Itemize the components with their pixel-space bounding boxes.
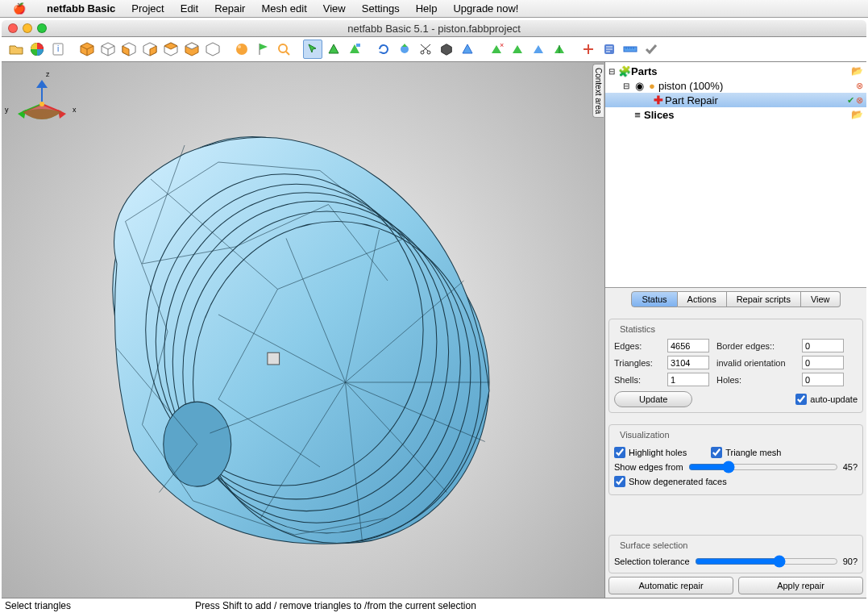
- minimize-window-button[interactable]: [23, 23, 32, 33]
- degenerated-faces-input[interactable]: [614, 476, 625, 487]
- cube-back-icon[interactable]: [203, 40, 222, 59]
- tree-item-part-repair[interactable]: ✚ Part Repair ✔⊗: [605, 93, 866, 107]
- zoom-icon[interactable]: [274, 40, 293, 59]
- scissors-icon[interactable]: [416, 40, 435, 59]
- holes-field[interactable]: [802, 373, 844, 386]
- update-button[interactable]: Update: [614, 391, 692, 407]
- menu-upgrade[interactable]: Upgrade now!: [446, 2, 525, 15]
- zoom-window-button[interactable]: [37, 23, 47, 33]
- folder-icon[interactable]: 📂: [851, 65, 863, 77]
- tolerance-slider[interactable]: [695, 555, 838, 568]
- tolerance-label: Selection tolerance: [614, 557, 690, 566]
- tab-view[interactable]: View: [801, 291, 841, 307]
- cut-arrow-icon[interactable]: [395, 40, 414, 59]
- cube-right-icon[interactable]: [140, 40, 160, 59]
- main-toolbar: i ×: [2, 37, 866, 62]
- axis-gizmo[interactable]: z x y: [2, 62, 82, 131]
- tetra-split-icon[interactable]: [550, 40, 569, 59]
- color-wheel-icon[interactable]: [27, 40, 47, 59]
- menu-edit[interactable]: Edit: [174, 2, 205, 15]
- svg-marker-15: [206, 43, 219, 56]
- surface-selection-group: Surface selection Selection tolerance 90…: [608, 535, 863, 573]
- cube-left-icon[interactable]: [119, 40, 139, 59]
- highlight-holes-checkbox[interactable]: Highlight holes: [614, 447, 687, 458]
- cube-top-icon[interactable]: [161, 40, 181, 59]
- blue-triangle-icon[interactable]: [458, 40, 477, 59]
- auto-update-input[interactable]: [795, 394, 807, 405]
- svg-text:×: ×: [500, 42, 504, 49]
- svg-text:i: i: [57, 44, 59, 53]
- sphere-icon[interactable]: [232, 40, 251, 59]
- tab-status[interactable]: Status: [631, 291, 677, 307]
- app-menu[interactable]: netfabb Basic: [40, 2, 122, 15]
- menu-settings[interactable]: Settings: [355, 2, 406, 15]
- select-tool-icon[interactable]: [303, 40, 322, 59]
- cube-front-icon[interactable]: [98, 40, 118, 59]
- svg-point-73: [39, 102, 44, 106]
- svg-rect-20: [356, 44, 360, 47]
- add-triangle-icon[interactable]: [324, 40, 343, 59]
- apply-icon[interactable]: ✔: [847, 95, 854, 106]
- automatic-repair-button[interactable]: Automatic repair: [608, 577, 733, 594]
- shells-field[interactable]: [667, 373, 709, 386]
- open-button[interactable]: [6, 40, 26, 59]
- tree-slices-root[interactable]: ≡ Slices 📂: [605, 107, 866, 122]
- cube-iso-icon[interactable]: [77, 40, 97, 59]
- menu-view[interactable]: View: [317, 2, 352, 15]
- svg-marker-24: [442, 44, 452, 55]
- delete-icon[interactable]: ⊗: [856, 81, 863, 91]
- apple-menu-icon[interactable]: 🍎: [6, 2, 32, 15]
- folder-icon[interactable]: 📂: [851, 109, 863, 120]
- tetra-add-icon[interactable]: [508, 40, 527, 59]
- auto-update-checkbox[interactable]: auto-update: [795, 394, 858, 405]
- statistics-group: Statistics Edges: Border edges:: Triangl…: [608, 319, 863, 413]
- svg-rect-66: [268, 352, 280, 365]
- menu-meshedit[interactable]: Mesh edit: [255, 2, 313, 15]
- tab-repair-scripts[interactable]: Repair scripts: [727, 291, 801, 307]
- cube-bottom-icon[interactable]: [182, 40, 201, 59]
- tolerance-value: 90?: [843, 557, 858, 566]
- svg-text:z: z: [46, 70, 50, 78]
- tree-parts-root[interactable]: ⊟ 🧩 Parts 📂: [605, 64, 866, 78]
- triangle-mesh-input[interactable]: [711, 447, 722, 458]
- viewport-3d[interactable]: z x y: [2, 62, 605, 598]
- tetra-flip-icon[interactable]: [529, 40, 548, 59]
- border-edges-field[interactable]: [802, 339, 844, 352]
- menu-repair[interactable]: Repair: [208, 2, 251, 15]
- flag-icon[interactable]: [253, 40, 272, 59]
- tetra-del-icon[interactable]: ×: [487, 40, 506, 59]
- mesh-render: [2, 62, 590, 594]
- apply-repair-button[interactable]: Apply repair: [738, 577, 863, 594]
- eye-icon[interactable]: ◉: [633, 80, 646, 92]
- surface-title: Surface selection: [617, 540, 690, 550]
- svg-point-16: [236, 44, 247, 55]
- close-window-button[interactable]: [8, 23, 18, 33]
- edges-field[interactable]: [667, 339, 709, 352]
- triangles-field[interactable]: [667, 356, 709, 369]
- status-hint: Press Shift to add / remove triangles to…: [195, 600, 476, 611]
- apply-check-icon[interactable]: [642, 40, 661, 59]
- info-icon[interactable]: i: [48, 40, 68, 59]
- ruler-icon[interactable]: [621, 40, 640, 59]
- menu-project[interactable]: Project: [125, 2, 170, 15]
- context-area-tab[interactable]: Context area: [592, 64, 604, 118]
- menu-help[interactable]: Help: [409, 2, 444, 15]
- cancel-icon[interactable]: ⊗: [856, 95, 863, 106]
- svg-text:x: x: [73, 106, 77, 114]
- tree-item-piston[interactable]: ⊟ ◉ ● piston (100%) ⊗: [605, 78, 866, 93]
- repair-plus-icon[interactable]: [579, 40, 598, 59]
- script-icon[interactable]: [600, 40, 619, 59]
- piston-label: piston (100%): [658, 80, 856, 92]
- dark-cube-icon[interactable]: [437, 40, 456, 59]
- refresh-arrow-icon[interactable]: [374, 40, 393, 59]
- triangle-flag-icon[interactable]: [345, 40, 364, 59]
- show-edges-slider[interactable]: [688, 461, 838, 473]
- invalid-orient-field[interactable]: [802, 356, 844, 369]
- parts-label: Parts: [631, 65, 851, 77]
- tab-actions[interactable]: Actions: [678, 291, 727, 307]
- triangle-mesh-checkbox[interactable]: Triangle mesh: [711, 447, 781, 458]
- highlight-holes-input[interactable]: [614, 447, 625, 458]
- degenerated-faces-checkbox[interactable]: Show degenerated faces: [614, 476, 858, 487]
- parts-tree[interactable]: ⊟ 🧩 Parts 📂 ⊟ ◉ ● piston (100%) ⊗ ✚ Part…: [605, 62, 866, 288]
- visualization-group: Visualization Highlight holes Triangle m…: [608, 424, 863, 495]
